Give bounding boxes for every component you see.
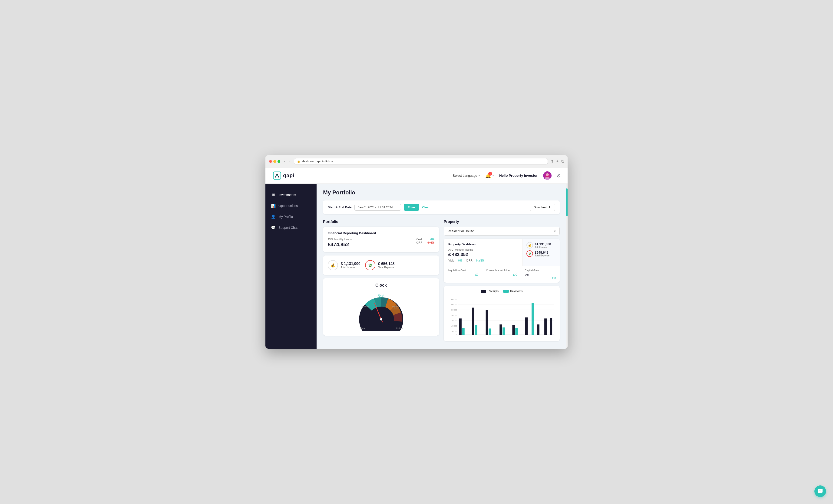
- filter-button[interactable]: Filter: [404, 204, 420, 211]
- property-dashboard-title: Property Dashboard: [448, 243, 518, 246]
- acquisition-label: Acquisition Cost: [447, 269, 478, 272]
- download-button[interactable]: Download ⬇: [530, 204, 555, 211]
- svg-point-9: [380, 318, 382, 321]
- portfolio-avg-monthly-label: AVG. Monthly Income: [328, 238, 352, 241]
- person-icon: 👤: [271, 215, 276, 219]
- payments-color: [503, 290, 509, 293]
- svg-text:Peak: Peak: [379, 296, 383, 298]
- prop-yield-label: Yield: [448, 259, 454, 262]
- prop-yield-value: 0%: [458, 259, 462, 262]
- capital-gain-metric: Capital Gain 0% £ 0: [521, 266, 560, 283]
- portfolio-metrics-row: 💰 £ 1,131,000 Total Income 💸: [328, 260, 434, 270]
- svg-text:150,000: 150,000: [451, 320, 457, 322]
- window-controls: [269, 160, 280, 163]
- property-type-dropdown[interactable]: Residential House ▾: [444, 227, 560, 235]
- svg-text:Declining: Declining: [396, 327, 403, 329]
- sidebar-item-investments[interactable]: ⊞ Investments: [265, 189, 316, 200]
- property-section-title: Property: [444, 220, 560, 224]
- scrollbar-track[interactable]: [566, 184, 568, 349]
- market-price-value: £ 0: [486, 273, 517, 276]
- receipts-color: [481, 290, 486, 293]
- bar-payment-11: [515, 328, 518, 335]
- portfolio-section-title: Portfolio: [323, 220, 439, 224]
- logout-button[interactable]: ⎋: [557, 173, 560, 179]
- browser-nav: ‹ ›: [283, 159, 291, 163]
- notification-chevron-icon: ▾: [493, 174, 494, 177]
- total-income-value: £ 1,131,000: [341, 262, 360, 266]
- back-button[interactable]: ‹: [283, 159, 286, 163]
- sidebar-item-opportunities[interactable]: 📊 Opportunities: [265, 200, 316, 211]
- portfolio-metrics-card: 💰 £ 1,131,000 Total Income 💸: [323, 255, 439, 275]
- logo-icon: [273, 171, 281, 180]
- bar-chart-svg: 350,000 300,000 250,000 200,000 150,000 …: [448, 296, 555, 337]
- sidebar-item-my-profile[interactable]: 👤 My Profile: [265, 211, 316, 222]
- scrollbar-thumb[interactable]: [566, 188, 568, 216]
- tabs-button[interactable]: ⧉: [561, 159, 564, 163]
- svg-text:350,000: 350,000: [451, 298, 457, 300]
- acquisition-value: £0: [447, 273, 478, 276]
- notification-button[interactable]: 🔔 1: [485, 173, 491, 178]
- filter-date-label: Start & End Date: [328, 205, 352, 209]
- sidebar-item-opportunities-label: Opportunities: [279, 204, 298, 208]
- prop-total-expense-value: £648,648: [535, 251, 549, 254]
- sidebar-item-investments-label: Investments: [279, 193, 296, 197]
- bar-payment-3: [475, 325, 477, 335]
- financial-dashboard-title: Financial Reporting Dashboard: [328, 231, 434, 235]
- app-header: qapi Select Language ▾ 🔔 1 ▾ Hello Prope…: [265, 168, 568, 184]
- clock-card: Clock: [323, 278, 439, 336]
- user-greeting: Hello Property Investor: [499, 174, 538, 177]
- close-button[interactable]: [269, 160, 272, 163]
- svg-text:250,000: 250,000: [451, 309, 457, 311]
- new-tab-button[interactable]: +: [556, 159, 558, 163]
- property-section: Property Residential House ▾ Property Da…: [444, 220, 560, 341]
- content-area: My Portfolio Start & End Date Filter Cle…: [316, 184, 566, 349]
- svg-point-3: [546, 173, 549, 176]
- portfolio-xirr-value: -0.6%: [427, 241, 434, 244]
- filter-bar: Start & End Date Filter Clear Download ⬇: [323, 200, 560, 214]
- maximize-button[interactable]: [278, 160, 280, 163]
- receipts-legend: Receipts: [481, 289, 499, 293]
- chart-area: 350,000 300,000 250,000 200,000 150,000 …: [448, 296, 555, 337]
- prop-metrics-row: Acquisition Cost £0 Current Market Price…: [444, 266, 560, 283]
- sidebar-item-support-chat[interactable]: 💬 Support Chat: [265, 222, 316, 233]
- market-price-label: Current Market Price: [486, 269, 517, 272]
- chat-fab-icon: [817, 488, 823, 494]
- sidebar-item-my-profile-label: My Profile: [279, 215, 293, 219]
- receipts-label: Receipts: [487, 289, 499, 293]
- language-label: Select Language: [453, 174, 477, 177]
- total-expense-value: £ 656,148: [378, 262, 395, 266]
- chevron-down-icon: ▾: [479, 174, 480, 177]
- forward-button[interactable]: ›: [288, 159, 291, 163]
- svg-point-1: [276, 175, 278, 176]
- avatar: [543, 171, 551, 180]
- prop-xirr-label: XIRR: [466, 259, 473, 262]
- share-button[interactable]: ⬆: [551, 159, 554, 163]
- bar-receipt-16: [537, 325, 540, 335]
- clear-button[interactable]: Clear: [422, 205, 430, 209]
- svg-text:Starting to: Starting to: [392, 305, 399, 307]
- property-dropdown-value: Residential House: [448, 229, 474, 233]
- chevron-down-icon: ▾: [554, 229, 556, 233]
- portfolio-yield-row: Yield 0%: [416, 238, 434, 241]
- payments-legend: Payments: [503, 289, 523, 293]
- dashboard-grid: Portfolio Financial Reporting Dashboard …: [323, 220, 560, 341]
- prop-dash-side: 💰 £1,131,000 Total Income 💸: [523, 239, 560, 266]
- main-layout: ⊞ Investments 📊 Opportunities 👤 My Profi…: [265, 184, 568, 349]
- payments-label: Payments: [510, 289, 523, 293]
- portfolio-section: Portfolio Financial Reporting Dashboard …: [323, 220, 439, 341]
- sidebar-item-support-chat-label: Support Chat: [279, 226, 298, 229]
- address-bar[interactable]: 🔒 dashboard.qapimltd.com: [294, 158, 548, 165]
- prop-avg-value: £ 482,352: [448, 252, 518, 257]
- language-selector[interactable]: Select Language ▾: [453, 174, 480, 177]
- property-dashboard-card: Property Dashboard AVG. Monthly Income £…: [444, 239, 560, 283]
- browser-actions: ⬆ + ⧉: [551, 159, 564, 163]
- chat-fab-button[interactable]: [814, 485, 826, 497]
- svg-text:Rising: Rising: [360, 327, 365, 329]
- date-range-input[interactable]: [354, 204, 401, 211]
- clock-title: Clock: [328, 283, 434, 288]
- svg-text:200,000: 200,000: [451, 314, 457, 316]
- logo-text: qapi: [283, 173, 294, 179]
- bar-receipt-3: [472, 307, 474, 335]
- minimize-button[interactable]: [273, 160, 276, 163]
- bar-receipt-18: [544, 319, 547, 335]
